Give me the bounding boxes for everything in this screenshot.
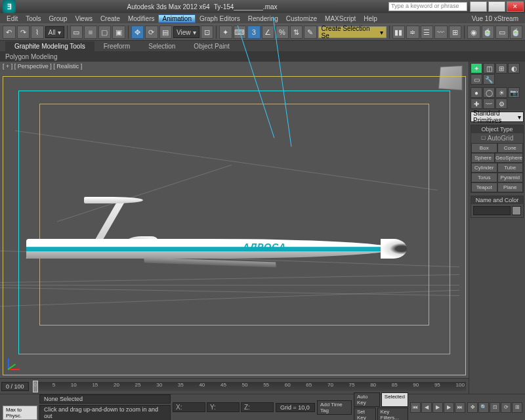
primitive-tube[interactable]: Tube [497, 163, 524, 173]
window-close-button[interactable]: ✕ [507, 1, 524, 12]
object-name-input[interactable] [473, 206, 511, 215]
display-tab-icon[interactable]: ▭ [471, 74, 482, 85]
key-filters-button[interactable]: Key Filters... [377, 408, 408, 420]
maxscript-mini-listener[interactable]: Max to Physc. [3, 406, 37, 420]
edit-named-sel-button[interactable]: ✎ [304, 26, 317, 39]
primitive-box[interactable]: Box [471, 143, 497, 153]
menu-modifiers[interactable]: Modifiers [124, 14, 159, 23]
window-maximize-button[interactable]: ❐ [488, 1, 505, 12]
create-tab-icon[interactable]: ✦ [471, 63, 482, 74]
menu-create[interactable]: Create [96, 14, 124, 23]
lights-icon[interactable]: ☀ [495, 87, 507, 98]
coord-x-input[interactable]: X: [173, 402, 205, 412]
primitive-torus[interactable]: Torus [471, 173, 497, 182]
shapes-icon[interactable]: ◯ [483, 87, 495, 98]
ribbon-tab-freeform[interactable]: Freeform [94, 41, 140, 51]
primitive-pyramid[interactable]: Pyramid [497, 173, 524, 182]
coord-y-input[interactable]: Y: [207, 402, 240, 412]
use-pivot-button[interactable]: ⊡ [201, 26, 214, 39]
orbit-button[interactable]: ⟳ [501, 402, 511, 413]
layers-button[interactable]: ☰ [421, 26, 434, 39]
name-color-header[interactable]: Name and Color [471, 196, 523, 204]
menu-group[interactable]: Group [45, 14, 72, 23]
helpers-icon[interactable]: ✚ [471, 98, 482, 109]
geometry-icon[interactable]: ● [471, 87, 482, 98]
cameras-icon[interactable]: 📷 [508, 87, 520, 98]
align-button[interactable]: ≑ [406, 26, 419, 39]
window-crossing-button[interactable]: ▣ [112, 26, 125, 39]
mirror-button[interactable]: ▮▮ [392, 26, 406, 39]
render-setup-button[interactable]: 🍵 [482, 26, 495, 39]
auto-key-button[interactable]: Auto Key [354, 392, 380, 407]
pan-view-button[interactable]: ✥ [467, 402, 478, 413]
snap-toggle-button[interactable]: 3 [247, 26, 261, 39]
autogrid-checkbox[interactable]: ☐ AutoGrid [471, 133, 523, 143]
modify-tab-icon[interactable]: ◫ [483, 63, 495, 74]
key-filters-selected[interactable]: Selected [381, 392, 408, 407]
scene-object-airplane[interactable]: АЛРОСА [26, 200, 400, 278]
menu-vue-xstream[interactable]: Vue 10 xStream [468, 14, 522, 23]
primitive-plane[interactable]: Plane [497, 182, 524, 192]
menu-views[interactable]: Views [71, 14, 96, 23]
spinner-snap-button[interactable]: ⇅ [290, 26, 303, 39]
ref-coord-dropdown[interactable]: View▾ [173, 26, 200, 38]
geometry-type-dropdown[interactable]: Standard Primitives▾ [471, 112, 524, 122]
spacewarps-icon[interactable]: 〰 [483, 98, 495, 109]
play-button[interactable]: ▶ [432, 402, 443, 413]
viewport-label[interactable]: [ + ] [ Perspective ] [ Realistic ] [3, 63, 82, 70]
prev-frame-button[interactable]: ◀ [421, 402, 432, 413]
primitive-cylinder[interactable]: Cylinder [471, 163, 497, 173]
object-color-swatch[interactable] [512, 206, 521, 215]
zoom-extents-button[interactable]: ⊡ [490, 402, 500, 413]
link-button[interactable]: ⌇ [31, 26, 44, 39]
menu-customize[interactable]: Customize [282, 14, 321, 23]
motion-tab-icon[interactable]: ◐ [508, 63, 520, 74]
keyboard-shortcut-button[interactable]: ⌨ [234, 26, 247, 39]
schematic-view-button[interactable]: ⊞ [449, 26, 462, 39]
goto-start-button[interactable]: ⏮ [410, 402, 421, 413]
goto-end-button[interactable]: ⏭ [455, 402, 465, 413]
coord-z-input[interactable]: Z: [241, 402, 274, 412]
viewport-canvas[interactable]: АЛРОСА [0, 62, 469, 378]
menu-tools[interactable]: Tools [22, 14, 45, 23]
window-minimize-button[interactable]: – [470, 1, 487, 12]
frame-indicator[interactable]: 0 / 100 [1, 382, 29, 391]
render-production-button[interactable]: 🍵 [510, 26, 523, 39]
select-region-button[interactable]: ▢ [98, 26, 112, 39]
set-key-button[interactable]: Set Key [354, 408, 376, 420]
viewport[interactable]: [ + ] [ Perspective ] [ Realistic ] [0, 62, 469, 378]
primitive-sphere[interactable]: Sphere [471, 153, 495, 163]
add-time-tag[interactable]: Add Time Tag [317, 400, 352, 415]
ribbon-tab-graphite[interactable]: Graphite Modeling Tools [5, 41, 94, 51]
object-type-header[interactable]: Object Type [471, 125, 523, 133]
timeline-track[interactable]: 0510152025303540455055606570758085909510… [33, 382, 466, 391]
app-icon[interactable]: Ǝ [3, 0, 16, 13]
ribbon-tab-selection[interactable]: Selection [139, 41, 184, 51]
select-by-name-button[interactable]: ≡ [84, 26, 97, 39]
select-move-button[interactable]: ✥ [131, 26, 144, 39]
primitive-cone[interactable]: Cone [497, 143, 524, 153]
select-scale-button[interactable]: ▤ [159, 26, 173, 39]
percent-snap-button[interactable]: % [276, 26, 289, 39]
hierarchy-tab-icon[interactable]: ⊞ [495, 63, 507, 74]
primitive-geosphere[interactable]: GeoSphere [495, 153, 523, 163]
redo-button[interactable]: ↷ [17, 26, 30, 39]
menu-rendering[interactable]: Rendering [244, 14, 282, 23]
selection-filter-dropdown[interactable]: All▾ [45, 26, 64, 38]
undo-button[interactable]: ↶ [3, 26, 16, 39]
menu-edit[interactable]: Edit [3, 14, 22, 23]
named-selection-dropdown[interactable]: Create Selection Se▾ [318, 26, 387, 38]
rendered-frame-button[interactable]: ▭ [495, 26, 509, 39]
ribbon-panel-polygon-modeling[interactable]: Polygon Modeling [0, 51, 525, 62]
zoom-button[interactable]: 🔍 [478, 402, 489, 413]
menu-animation[interactable]: Animation [158, 14, 195, 23]
select-rotate-button[interactable]: ⟳ [145, 26, 158, 39]
curve-editor-button[interactable]: 〰 [434, 26, 448, 39]
utilities-tab-icon[interactable]: 🔧 [483, 74, 495, 85]
select-manipulate-button[interactable]: ✦ [219, 26, 232, 39]
material-editor-button[interactable]: ◉ [467, 26, 480, 39]
maximize-viewport-button[interactable]: ⊞ [512, 402, 522, 413]
menu-maxscript[interactable]: MAXScript [321, 14, 360, 23]
ribbon-tab-objectpaint[interactable]: Object Paint [184, 41, 238, 51]
primitive-teapot[interactable]: Teapot [471, 182, 497, 192]
